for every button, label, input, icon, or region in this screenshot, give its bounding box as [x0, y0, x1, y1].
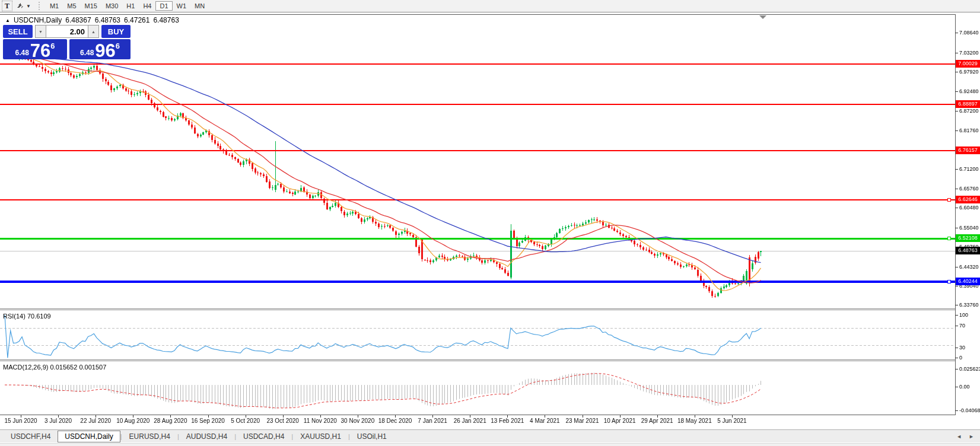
sell-price-prefix: 6.48 — [15, 49, 28, 57]
chart-tab-usoil[interactable]: USOil,H1 — [350, 431, 394, 442]
macd-tick-label: 0.00 — [959, 384, 970, 390]
buy-price-pipette: 6 — [116, 42, 120, 50]
price-badge: 6.52108 — [956, 234, 980, 242]
rsi-label: RSI(14) 70.6109 — [3, 313, 51, 320]
price-badge: 7.00029 — [956, 60, 980, 68]
price-badge: 6.48763 — [956, 247, 980, 254]
rsi-tick-label: 100 — [959, 312, 968, 318]
chart-tab-usdchf[interactable]: USDCHF,H4 — [4, 431, 58, 442]
date-label: 5 Jun 2021 — [710, 418, 754, 424]
price-tick-label: 7.03200 — [959, 50, 979, 56]
price-tick-label: 6.87200 — [959, 108, 979, 114]
price-tick-label: 6.71200 — [959, 166, 979, 172]
price-tick-label: 6.33760 — [959, 302, 979, 308]
price-tick-label: 6.97920 — [959, 69, 979, 75]
buy-price-prefix: 6.48 — [80, 49, 94, 57]
price-tick-label: 6.60480 — [959, 205, 979, 211]
price-badge: 6.40244 — [956, 278, 980, 285]
price-badge: 6.62646 — [956, 196, 980, 203]
chart-plot[interactable] — [0, 0, 980, 446]
price-tick-label: 6.92480 — [959, 88, 979, 94]
volume-decrease-button[interactable]: ▼ — [35, 25, 46, 38]
chart-tab-xauusd[interactable]: XAUUSD,H1 — [293, 431, 348, 442]
status-bar — [0, 443, 980, 446]
chart-tab-usdcnh[interactable]: USDCNH,Daily — [58, 431, 120, 442]
dropdown-caret-icon: ▼ — [26, 4, 31, 9]
ohlc-low: 6.47261 — [124, 16, 149, 24]
timeframe-button-d1[interactable]: D1 — [155, 1, 172, 11]
collapse-triangle-icon[interactable]: ▲ — [5, 18, 10, 23]
chart-tab-usdcad[interactable]: USDCAD,H4 — [236, 431, 291, 442]
ohlc-close: 6.48763 — [153, 16, 179, 24]
chart-title: ▲ USDCNH,Daily 6.48367 6.48763 6.47261 6… — [5, 16, 179, 24]
macd-tick-label: 0.025623 — [959, 366, 980, 372]
price-tick-label: 6.65760 — [959, 186, 979, 192]
rsi-tick-label: 70 — [959, 323, 965, 329]
chart-tab-audusd[interactable]: AUDUSD,H4 — [179, 431, 234, 442]
chart-tabs: USDCHF,H4USDCNH,Daily|EURUSD,H4|AUDUSD,H… — [4, 431, 394, 442]
volume-increase-button[interactable]: ▲ — [88, 25, 99, 38]
timeframe-group: M1M5M15M30H1H4D1W1MN — [46, 1, 209, 11]
price-badge: 6.88897 — [956, 100, 980, 108]
timeframe-button-m1[interactable]: M1 — [46, 1, 63, 11]
timeframe-button-m15[interactable]: M15 — [81, 1, 101, 11]
buy-button[interactable]: BUY — [101, 25, 131, 38]
buy-price-main: 96 — [95, 42, 115, 59]
rsi-tick-label: 30 — [959, 345, 965, 351]
price-tick-label: 7.08640 — [959, 30, 979, 36]
macd-label: MACD(12,26,9) 0.015652 0.001507 — [3, 364, 106, 371]
text-tool-button[interactable]: T — [2, 1, 12, 11]
rsi-tick-label: 0 — [959, 355, 962, 361]
volume-input[interactable] — [46, 25, 88, 38]
tab-scroll-right-icon[interactable]: ► — [969, 434, 974, 439]
tab-scroll-arrows: ◄ ► — [956, 434, 974, 439]
price-tick-label: 6.55040 — [959, 225, 979, 231]
timeframe-button-mn[interactable]: MN — [190, 1, 209, 11]
chart-tab-eurusd[interactable]: EURUSD,H4 — [122, 431, 177, 442]
ohlc-high: 6.48763 — [95, 16, 120, 24]
timeframe-button-m5[interactable]: M5 — [63, 1, 80, 11]
chart-symbol: USDCNH,Daily — [14, 16, 62, 24]
sell-button[interactable]: SELL — [3, 25, 33, 38]
macd-tick-label: -0.040687 — [959, 407, 980, 413]
timeframe-button-w1[interactable]: W1 — [173, 1, 191, 11]
sell-price-pipette: 6 — [50, 42, 55, 50]
toolbar: T ▼ M1M5M15M30H1H4D1W1MN — [0, 0, 980, 12]
one-click-trading-panel: SELL ▼ ▲ BUY 6.48 76 6 6.48 96 6 — [3, 25, 131, 59]
price-tick-label: 6.81760 — [959, 128, 979, 133]
ohlc-open: 6.48367 — [65, 16, 91, 24]
arrows-tool-button[interactable]: ▼ — [16, 1, 31, 11]
toolbar-separator — [39, 2, 42, 10]
sell-price-main: 76 — [30, 42, 50, 59]
tab-scroll-left-icon[interactable]: ◄ — [956, 434, 962, 439]
timeframe-button-h1[interactable]: H1 — [122, 1, 139, 11]
buy-price-display[interactable]: 6.48 96 6 — [69, 39, 131, 59]
timeframe-button-h4[interactable]: H4 — [139, 1, 155, 11]
chart-tab-bar: USDCHF,H4USDCNH,Daily|EURUSD,H4|AUDUSD,H… — [0, 429, 980, 442]
timeframe-button-m30[interactable]: M30 — [101, 1, 122, 11]
price-badge: 6.76157 — [956, 146, 980, 154]
price-tick-label: 6.44320 — [959, 264, 979, 270]
sell-price-display[interactable]: 6.48 76 6 — [3, 39, 67, 59]
arrows-tool-icon — [16, 1, 24, 11]
